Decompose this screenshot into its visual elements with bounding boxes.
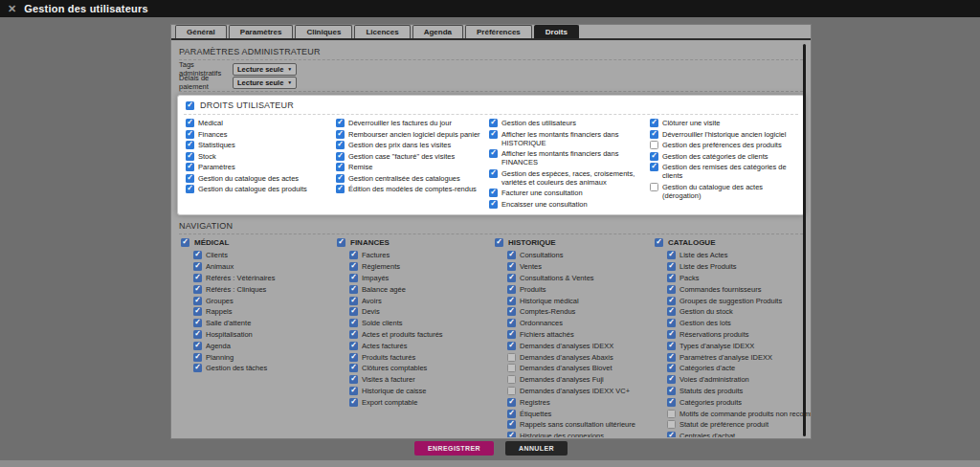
checkbox-checked[interactable]: [181, 238, 189, 247]
checkbox-checked[interactable]: [193, 364, 202, 372]
checkbox-checked[interactable]: [650, 119, 658, 127]
checkbox-checked[interactable]: [507, 330, 516, 339]
checkbox-unchecked[interactable]: [650, 183, 658, 191]
vertical-scrollbar[interactable]: [803, 44, 806, 436]
checkbox-checked[interactable]: [489, 189, 498, 197]
checkbox-checked[interactable]: [507, 274, 516, 282]
checkbox-checked[interactable]: [650, 130, 658, 139]
checkbox-checked[interactable]: [667, 432, 676, 437]
checkbox-checked[interactable]: [667, 251, 676, 259]
checkbox-checked[interactable]: [336, 174, 345, 183]
tab-general[interactable]: Général: [175, 25, 227, 38]
checkbox-checked[interactable]: [349, 364, 358, 372]
checkbox-checked[interactable]: [650, 152, 658, 161]
checkbox-checked[interactable]: [489, 130, 498, 139]
checkbox-unchecked[interactable]: [667, 410, 676, 418]
droits-checkbox[interactable]: [186, 101, 194, 110]
tab-licences[interactable]: Licences: [354, 25, 410, 38]
checkbox-unchecked[interactable]: [507, 353, 516, 362]
checkbox-checked[interactable]: [667, 398, 676, 407]
checkbox-checked[interactable]: [193, 285, 202, 294]
checkbox-checked[interactable]: [349, 375, 358, 384]
tab-droits[interactable]: Droits: [534, 25, 579, 38]
checkbox-checked[interactable]: [667, 364, 676, 372]
checkbox-checked[interactable]: [349, 342, 358, 350]
checkbox-checked[interactable]: [507, 262, 516, 271]
checkbox-checked[interactable]: [667, 375, 676, 384]
cancel-button[interactable]: ANNULER: [505, 441, 568, 456]
checkbox-checked[interactable]: [186, 163, 194, 171]
checkbox-checked[interactable]: [507, 285, 516, 294]
checkbox-checked[interactable]: [655, 238, 663, 247]
tab-parametres[interactable]: Paramètres: [229, 25, 294, 38]
checkbox-unchecked[interactable]: [667, 420, 676, 429]
checkbox-checked[interactable]: [193, 262, 202, 271]
checkbox-checked[interactable]: [336, 185, 345, 193]
checkbox-checked[interactable]: [667, 297, 676, 305]
checkbox-checked[interactable]: [495, 238, 503, 247]
checkbox-checked[interactable]: [193, 297, 202, 305]
checkbox-checked[interactable]: [349, 307, 358, 316]
checkbox-unchecked[interactable]: [507, 375, 516, 384]
close-icon[interactable]: ✕: [8, 0, 16, 17]
checkbox-checked[interactable]: [186, 174, 194, 183]
checkbox-checked[interactable]: [193, 307, 202, 316]
tab-cliniques[interactable]: Cliniques: [295, 25, 352, 38]
checkbox-checked[interactable]: [186, 141, 194, 149]
checkbox-checked[interactable]: [336, 130, 345, 139]
checkbox-checked[interactable]: [193, 342, 202, 350]
checkbox-checked[interactable]: [489, 149, 498, 158]
checkbox-checked[interactable]: [667, 307, 676, 316]
checkbox-checked[interactable]: [336, 141, 345, 149]
checkbox-checked[interactable]: [489, 200, 498, 209]
checkbox-checked[interactable]: [186, 185, 194, 193]
checkbox-checked[interactable]: [489, 169, 498, 178]
checkbox-checked[interactable]: [193, 330, 202, 339]
admin-field-select[interactable]: Lecture seule▼: [233, 77, 297, 89]
checkbox-checked[interactable]: [349, 319, 358, 327]
checkbox-checked[interactable]: [193, 319, 202, 327]
checkbox-checked[interactable]: [507, 432, 516, 437]
checkbox-checked[interactable]: [349, 353, 358, 362]
checkbox-unchecked[interactable]: [507, 387, 516, 395]
checkbox-checked[interactable]: [667, 387, 676, 395]
checkbox-checked[interactable]: [186, 130, 194, 139]
checkbox-checked[interactable]: [349, 398, 358, 407]
checkbox-checked[interactable]: [507, 319, 516, 327]
checkbox-checked[interactable]: [489, 119, 498, 127]
checkbox-checked[interactable]: [193, 251, 202, 259]
checkbox-checked[interactable]: [507, 398, 516, 407]
checkbox-checked[interactable]: [336, 152, 345, 161]
checkbox-unchecked[interactable]: [507, 364, 516, 372]
checkbox-checked[interactable]: [349, 297, 358, 305]
tab-preferences[interactable]: Préférences: [465, 25, 532, 38]
checkbox-checked[interactable]: [507, 307, 516, 316]
checkbox-checked[interactable]: [193, 274, 202, 282]
checkbox-checked[interactable]: [349, 251, 358, 259]
checkbox-checked[interactable]: [186, 152, 194, 161]
checkbox-checked[interactable]: [507, 410, 516, 418]
checkbox-checked[interactable]: [336, 163, 345, 171]
tab-agenda[interactable]: Agenda: [412, 25, 463, 38]
checkbox-checked[interactable]: [667, 353, 676, 362]
checkbox-checked[interactable]: [349, 274, 358, 282]
checkbox-checked[interactable]: [667, 330, 676, 339]
checkbox-checked[interactable]: [507, 420, 516, 429]
checkbox-checked[interactable]: [186, 119, 194, 127]
checkbox-checked[interactable]: [667, 285, 676, 294]
checkbox-checked[interactable]: [349, 330, 358, 339]
checkbox-checked[interactable]: [349, 387, 358, 395]
checkbox-checked[interactable]: [667, 319, 676, 327]
checkbox-checked[interactable]: [667, 342, 676, 350]
save-button[interactable]: ENREGISTRER: [414, 441, 494, 456]
checkbox-checked[interactable]: [650, 163, 658, 171]
checkbox-checked[interactable]: [349, 285, 358, 294]
checkbox-checked[interactable]: [507, 251, 516, 259]
checkbox-checked[interactable]: [507, 342, 516, 350]
checkbox-checked[interactable]: [667, 262, 676, 271]
checkbox-unchecked[interactable]: [650, 141, 658, 149]
checkbox-checked[interactable]: [349, 262, 358, 271]
checkbox-checked[interactable]: [193, 353, 202, 362]
admin-field-select[interactable]: Lecture seule▼: [233, 63, 297, 76]
checkbox-checked[interactable]: [667, 274, 676, 282]
